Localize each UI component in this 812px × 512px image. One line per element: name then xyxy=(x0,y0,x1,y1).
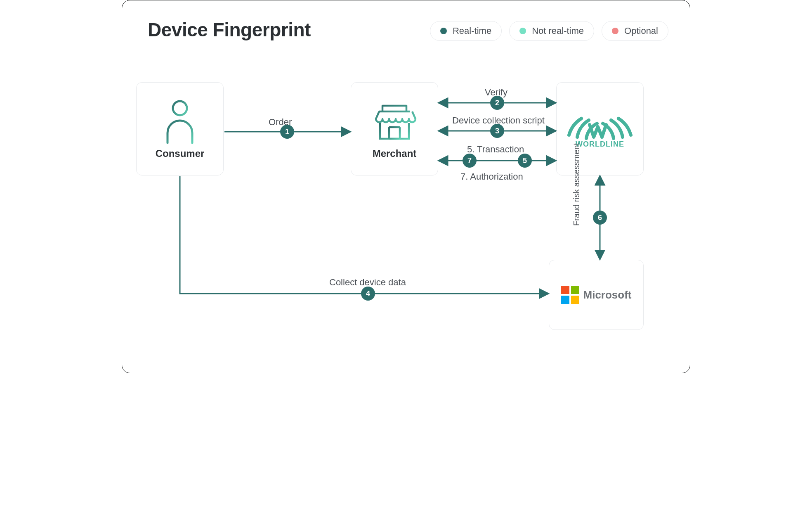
flow-badge: 5 xyxy=(523,156,527,165)
svg-point-12 xyxy=(490,124,504,138)
legend-label: Real-time xyxy=(453,26,491,36)
flow-label-authorization: 7. Authorization xyxy=(460,171,523,182)
legend-label: Not real-time xyxy=(532,26,584,36)
microsoft-logo-icon: Microsoft xyxy=(561,286,632,304)
flow-label-transaction: 5. Transaction xyxy=(467,144,524,155)
svg-point-16 xyxy=(361,287,375,301)
svg-point-18 xyxy=(593,211,607,225)
legend: Real-time Not real-time Optional xyxy=(430,21,668,41)
flow-label-order: Order xyxy=(269,117,292,128)
node-merchant: Merchant xyxy=(351,82,438,175)
node-worldline: WORLDLINE WORLDLINE xyxy=(556,82,644,175)
flow-badge: 7 xyxy=(467,156,472,165)
diagram-canvas: Device Fingerprint Real-time Not real-ti… xyxy=(122,0,690,373)
svg-rect-6 xyxy=(571,296,579,304)
flow-badge: 6 xyxy=(598,213,602,222)
dot-icon xyxy=(519,28,526,34)
person-icon xyxy=(161,98,198,144)
node-label: Merchant xyxy=(373,148,417,159)
svg-rect-1 xyxy=(389,127,400,139)
flow-badge: 1 xyxy=(285,128,289,136)
dot-icon xyxy=(612,28,618,34)
dot-icon xyxy=(440,28,447,34)
legend-realtime: Real-time xyxy=(430,21,502,41)
flow-label-verify: Verify xyxy=(485,87,508,98)
node-microsoft: Microsoft xyxy=(549,260,644,330)
node-label: Consumer xyxy=(156,148,205,159)
svg-rect-5 xyxy=(561,296,569,304)
legend-label: Optional xyxy=(624,26,658,36)
svg-point-15 xyxy=(518,154,532,168)
svg-rect-3 xyxy=(561,286,569,294)
flow-label-collect: Collect device data xyxy=(329,277,406,288)
node-label: Microsoft xyxy=(583,289,632,301)
node-consumer: Consumer xyxy=(136,82,224,175)
legend-not-realtime: Not real-time xyxy=(509,21,594,41)
svg-point-14 xyxy=(463,154,477,168)
store-icon xyxy=(372,98,417,144)
flow-badge: 3 xyxy=(495,127,499,135)
flow-label-fraud-risk: Fraud risk assessment xyxy=(572,143,581,226)
legend-optional: Optional xyxy=(602,21,668,41)
svg-point-10 xyxy=(490,96,504,110)
svg-text:WORLDLINE: WORLDLINE xyxy=(576,140,624,148)
flow-label-dcs: Device collection script xyxy=(452,115,545,126)
page-title: Device Fingerprint xyxy=(148,19,311,41)
svg-rect-4 xyxy=(571,286,579,294)
flow-badge: 2 xyxy=(495,99,499,107)
flow-badge: 4 xyxy=(366,289,370,298)
svg-point-0 xyxy=(173,101,187,115)
